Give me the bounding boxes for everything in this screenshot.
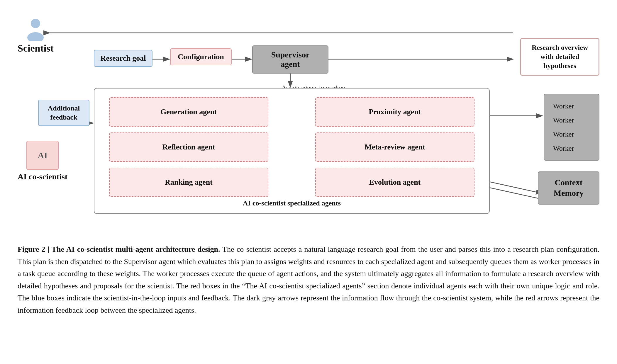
worker-item-4: Worker [553,141,590,155]
ranking-agent-box: Ranking agent [109,168,268,197]
supervisor-agent-box: Supervisor agent [252,45,328,74]
research-goal-box: Research goal [94,50,152,67]
workers-box: Worker Worker Worker Worker [544,94,599,161]
person-icon [25,18,46,41]
svg-line-11 [489,182,543,193]
worker-item-2: Worker [553,113,590,127]
configuration-box: Configuration [170,48,232,65]
ai-scientist-label: AI co-scientist [18,172,67,182]
figure-number: Figure 2 [18,245,45,254]
generation-agent-box: Generation agent [109,97,268,127]
context-memory-box: Context Memory [538,171,599,205]
svg-line-12 [489,188,543,199]
svg-point-27 [31,19,40,28]
caption-title: The AI co-scientist multi-agent architec… [52,245,220,254]
research-overview-box: Research overview with detailed hypothes… [520,38,599,76]
caption-body: The co-scientist accepts a natural langu… [18,245,599,314]
ai-area: AI AI co-scientist [18,141,67,182]
worker-item-1: Worker [553,99,590,113]
diagram-area: Scientist Research goal Configuration Su… [18,12,599,234]
worker-item-3: Worker [553,127,590,141]
agents-grid: Generation agent Proximity agent Reflect… [109,97,474,197]
evolution-agent-box: Evolution agent [315,168,474,197]
additional-feedback-box: Additional feedback [38,100,89,126]
agents-container: Generation agent Proximity agent Reflect… [94,88,490,214]
scientist-label: Scientist [18,43,54,54]
proximity-agent-box: Proximity agent [315,97,474,127]
ai-box: AI [26,141,59,170]
agents-footer-label: AI co-scientist specialized agents [109,199,474,207]
caption-separator: | [45,245,51,254]
svg-point-28 [27,32,44,41]
figure-caption: Figure 2 | The AI co-scientist multi-age… [18,243,599,317]
reflection-agent-box: Reflection agent [109,132,268,162]
meta-review-agent-box: Meta-review agent [315,132,474,162]
scientist-area: Scientist [18,18,54,54]
